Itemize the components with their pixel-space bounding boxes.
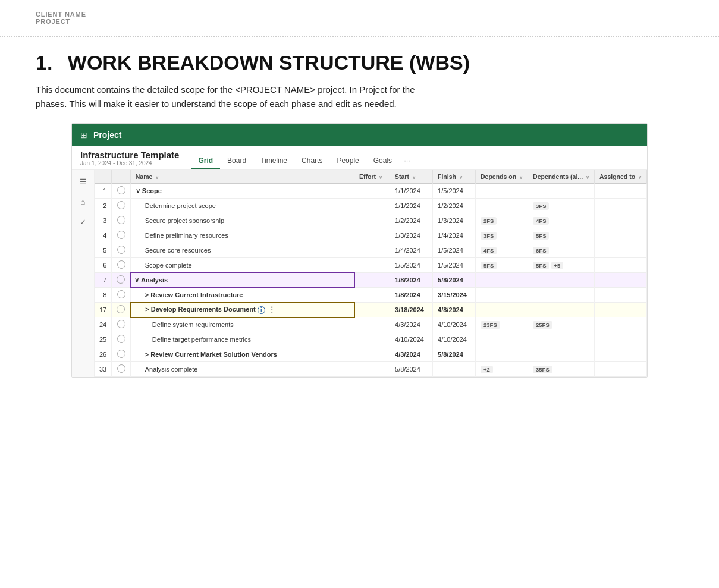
project-name[interactable]: Infrastructure Template (80, 150, 179, 160)
col-effort[interactable]: Effort ∨ (354, 170, 390, 184)
row-num: 7 (95, 273, 112, 288)
col-assigned-to[interactable]: Assigned to ∨ (594, 170, 646, 184)
task-name-cell-analysis[interactable]: ∨ Analysis (130, 273, 354, 288)
col-check (112, 170, 131, 184)
task-start: 4/3/2024 (390, 347, 433, 362)
task-name-cell[interactable]: > Review Current Market Solution Vendors (130, 347, 354, 362)
task-dependents: 25FS (528, 317, 595, 332)
sidebar-check-icon[interactable]: ✓ (77, 215, 90, 228)
task-finish (433, 362, 476, 377)
table-header-row: Name ∨ Effort ∨ Start ∨ Finish ∨ Depends… (95, 170, 647, 184)
task-depends (476, 288, 528, 303)
task-name-cell[interactable]: ∨ Scope (130, 184, 354, 199)
page-number: 1. (36, 51, 52, 74)
row-check[interactable] (112, 362, 131, 377)
task-name-cell[interactable]: Scope complete (130, 258, 354, 273)
sidebar-home-icon[interactable]: ⌂ (77, 195, 90, 208)
task-name-cell[interactable]: Analysis complete (130, 362, 354, 377)
task-start: 1/1/2024 (390, 199, 433, 213)
task-name-cell[interactable]: Define preliminary resources (130, 228, 354, 243)
task-name-cell[interactable]: Secure project sponsorship (130, 213, 354, 228)
table-row: 5 Secure core resources 1/4/2024 1/5/202… (95, 243, 647, 258)
grid-apps-icon: ⊞ (80, 130, 87, 140)
row-num: 4 (95, 228, 112, 243)
dots-icon[interactable]: ⋮ (268, 306, 275, 314)
row-check[interactable] (112, 213, 131, 228)
table-row: 33 Analysis complete 5/8/2024 +2 35FS (95, 362, 647, 377)
desc-line2: phases. This will make it easier to unde… (36, 99, 397, 109)
row-check[interactable] (112, 243, 131, 258)
row-check[interactable] (112, 228, 131, 243)
col-finish[interactable]: Finish ∨ (433, 170, 476, 184)
info-icon[interactable]: i (258, 306, 265, 314)
task-finish: 1/5/2024 (433, 258, 476, 273)
tab-grid[interactable]: Grid (191, 153, 220, 169)
row-num: 2 (95, 199, 112, 213)
tab-timeline[interactable]: Timeline (253, 153, 294, 169)
col-dependents[interactable]: Dependents (al... ∨ (528, 170, 595, 184)
task-start: 1/1/2024 (390, 184, 433, 199)
task-name-cell[interactable]: Secure core resources (130, 243, 354, 258)
row-num: 5 (95, 243, 112, 258)
col-name[interactable]: Name ∨ (130, 170, 354, 184)
row-check[interactable] (112, 288, 131, 303)
task-effort (354, 199, 390, 213)
row-check[interactable] (112, 184, 131, 199)
row-check[interactable] (112, 317, 131, 332)
sidebar-menu-icon[interactable]: ☰ (77, 175, 90, 188)
tab-goals[interactable]: Goals (366, 153, 399, 169)
task-finish: 5/8/2024 (433, 273, 476, 288)
task-name-cell[interactable]: Define target performance metrics (130, 332, 354, 347)
tab-charts[interactable]: Charts (294, 153, 329, 169)
row-check[interactable] (112, 347, 131, 362)
task-effort (354, 213, 390, 228)
col-start[interactable]: Start ∨ (390, 170, 433, 184)
task-effort (354, 303, 390, 317)
page-title: 1. WORK BREAKDOWN STRUCTURE (WBS) (36, 51, 683, 74)
row-check[interactable] (112, 258, 131, 273)
description: This document contains the detailed scop… (36, 83, 683, 111)
row-check[interactable] (112, 273, 131, 288)
task-assigned (594, 303, 646, 317)
app-toolbar: ⊞ Project (72, 124, 647, 146)
app-window: ⊞ Project Infrastructure Template Jan 1,… (71, 123, 648, 378)
row-num: 3 (95, 213, 112, 228)
task-assigned (594, 288, 646, 303)
task-assigned (594, 258, 646, 273)
header-divider (0, 36, 719, 37)
task-start: 1/5/2024 (390, 258, 433, 273)
client-name: CLIENT NAME (36, 11, 683, 18)
task-effort (354, 317, 390, 332)
app-toolbar-title: Project (93, 130, 121, 140)
task-dependents: 5FS (528, 228, 595, 243)
task-depends (476, 303, 528, 317)
row-check[interactable] (112, 199, 131, 213)
row-check[interactable] (112, 332, 131, 347)
task-effort (354, 184, 390, 199)
task-name-cell-deliverable[interactable]: > Develop Requirements Document i ⋮ (130, 303, 354, 317)
tab-more[interactable]: ··· (399, 152, 415, 169)
tab-board[interactable]: Board (220, 153, 253, 169)
task-depends (476, 273, 528, 288)
task-depends (476, 332, 528, 347)
table-row: 24 Define system requirements 4/3/2024 4… (95, 317, 647, 332)
app-nav-tabs: Grid Board Timeline Charts People Goals … (191, 150, 415, 169)
task-effort (354, 332, 390, 347)
task-start: 4/10/2024 (390, 332, 433, 347)
table-row: 8 > Review Current Infrastructure 1/8/20… (95, 288, 647, 303)
task-name-cell[interactable]: Determine project scope (130, 199, 354, 213)
col-depends-on[interactable]: Depends on ∨ (476, 170, 528, 184)
task-depends: 3FS (476, 228, 528, 243)
task-start: 1/8/2024 (390, 273, 433, 288)
row-check[interactable] (112, 303, 131, 317)
row-num: 8 (95, 288, 112, 303)
task-start: 1/2/2024 (390, 213, 433, 228)
task-name-cell[interactable]: Define system requirements (130, 317, 354, 332)
task-start: 4/3/2024 (390, 317, 433, 332)
table-row: 1 ∨ Scope 1/1/2024 1/5/2024 (95, 184, 647, 199)
task-name-cell[interactable]: > Review Current Infrastructure (130, 288, 354, 303)
table-row: 4 Define preliminary resources 1/3/2024 … (95, 228, 647, 243)
tab-people[interactable]: People (329, 153, 366, 169)
task-assigned (594, 243, 646, 258)
task-assigned (594, 228, 646, 243)
